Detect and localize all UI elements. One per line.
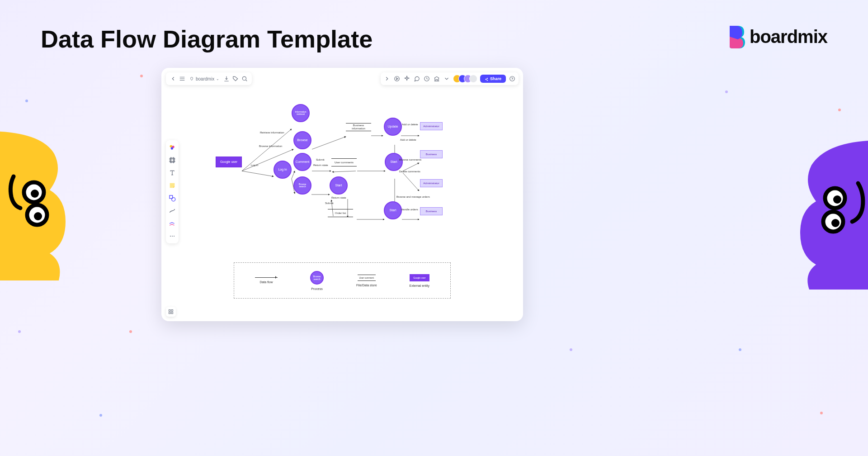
avatar-stack[interactable] bbox=[453, 75, 477, 83]
svg-rect-23 bbox=[169, 312, 171, 314]
bank-icon[interactable] bbox=[433, 75, 440, 82]
label-add-delete1: Add or delete bbox=[402, 123, 418, 126]
entity-business1[interactable]: Business bbox=[420, 150, 443, 158]
svg-point-5 bbox=[833, 195, 841, 204]
chat-icon[interactable] bbox=[413, 75, 420, 82]
entity-google-user[interactable]: Google user bbox=[216, 157, 242, 167]
legend-dataflow: Data flow bbox=[255, 277, 278, 284]
process-comment[interactable]: Comment bbox=[293, 153, 311, 171]
grid-icon[interactable] bbox=[166, 307, 176, 317]
decorative-blob-purple bbox=[769, 140, 868, 291]
process-start2[interactable]: Start bbox=[385, 153, 403, 171]
toolbar-left: boardmix ⌄ bbox=[166, 72, 252, 85]
process-browse[interactable]: Browse bbox=[293, 131, 311, 149]
pen-tool-icon[interactable] bbox=[168, 219, 177, 228]
process-browse-search[interactable]: Browse search bbox=[293, 176, 311, 195]
svg-point-18 bbox=[170, 236, 171, 237]
svg-point-8 bbox=[242, 76, 246, 80]
back-icon[interactable] bbox=[170, 75, 177, 82]
label-browse-comments: Browse comments bbox=[399, 158, 421, 161]
cursor-tool-icon[interactable] bbox=[168, 143, 177, 152]
decorative-blob-yellow bbox=[0, 131, 95, 282]
svg-point-19 bbox=[172, 236, 173, 237]
sticky-note-tool-icon[interactable] bbox=[168, 181, 177, 190]
label-retrieve: Retrieve information bbox=[260, 131, 284, 134]
process-login[interactable]: Log in bbox=[274, 161, 292, 179]
label-browse-info: Browse information bbox=[259, 145, 282, 147]
toolbar-right: Share bbox=[381, 72, 519, 85]
svg-point-12 bbox=[170, 145, 172, 147]
label-add-delete2: Add or delete bbox=[400, 138, 416, 141]
app-window: boardmix ⌄ Share bbox=[161, 68, 523, 321]
svg-rect-24 bbox=[171, 312, 173, 314]
svg-point-1 bbox=[31, 190, 39, 198]
chevron-down-icon[interactable] bbox=[443, 75, 450, 82]
page-title: Data Flow Diagram Template bbox=[41, 25, 373, 53]
more-tool-icon[interactable] bbox=[168, 232, 177, 241]
process-start1[interactable]: Start bbox=[330, 176, 348, 195]
svg-point-17 bbox=[172, 198, 175, 201]
search-icon[interactable] bbox=[241, 75, 248, 82]
history-icon[interactable] bbox=[423, 75, 430, 82]
svg-rect-22 bbox=[171, 310, 173, 312]
help-icon[interactable] bbox=[509, 75, 516, 82]
svg-point-7 bbox=[831, 219, 840, 227]
process-info-retrieval[interactable]: Information retrieval bbox=[292, 104, 310, 122]
label-delete-comments: Delete comments bbox=[399, 170, 420, 173]
entity-business2[interactable]: Business bbox=[420, 207, 443, 215]
store-user-comments[interactable]: User comments bbox=[331, 158, 357, 166]
label-return-state2: Return state bbox=[331, 196, 346, 199]
text-tool-icon[interactable] bbox=[168, 168, 177, 177]
brand-logo-block: boardmix bbox=[726, 25, 827, 48]
entity-admin1[interactable]: Administrator bbox=[420, 122, 443, 130]
svg-point-14 bbox=[171, 147, 173, 149]
connector-tool-icon[interactable] bbox=[168, 206, 177, 215]
svg-point-3 bbox=[34, 212, 42, 220]
legend: Data flow Browse search Process User com… bbox=[234, 262, 451, 299]
label-login: Log in bbox=[251, 164, 258, 166]
process-update[interactable]: Update bbox=[384, 118, 402, 136]
brand-name: boardmix bbox=[750, 27, 827, 47]
legend-entity: Google user External entity bbox=[410, 274, 429, 287]
process-start3[interactable]: Start bbox=[384, 201, 402, 219]
svg-rect-21 bbox=[169, 310, 171, 312]
play-icon[interactable] bbox=[393, 75, 401, 82]
breadcrumb[interactable]: boardmix ⌄ bbox=[188, 76, 221, 81]
svg-point-9 bbox=[395, 76, 400, 81]
label-return-state: Return state bbox=[313, 164, 328, 166]
label-submit: Submit bbox=[316, 158, 325, 161]
label-handle-orders: Handle orders bbox=[401, 208, 418, 211]
svg-point-11 bbox=[510, 76, 515, 81]
frame-tool-icon[interactable] bbox=[168, 156, 177, 165]
label-submit2: Submit bbox=[325, 202, 334, 204]
shape-tool-icon[interactable] bbox=[168, 194, 177, 203]
menu-icon[interactable] bbox=[179, 75, 186, 82]
tag-icon[interactable] bbox=[232, 75, 239, 82]
svg-point-20 bbox=[174, 236, 175, 237]
sparkle-icon[interactable] bbox=[403, 75, 410, 82]
entity-admin2[interactable]: Administrator bbox=[420, 179, 443, 187]
store-order-list[interactable]: Order list bbox=[328, 209, 353, 217]
side-toolbar bbox=[166, 140, 179, 243]
brand-logo-icon bbox=[726, 25, 745, 48]
expand-icon[interactable] bbox=[383, 75, 391, 82]
legend-process: Browse search Process bbox=[310, 271, 324, 290]
share-button[interactable]: Share bbox=[480, 75, 506, 83]
download-icon[interactable] bbox=[223, 75, 230, 82]
label-browse-manage: Browse and manage orders bbox=[396, 195, 430, 198]
store-business-info[interactable]: Business information bbox=[346, 123, 371, 131]
legend-store: User comment File/Data store bbox=[356, 275, 377, 287]
